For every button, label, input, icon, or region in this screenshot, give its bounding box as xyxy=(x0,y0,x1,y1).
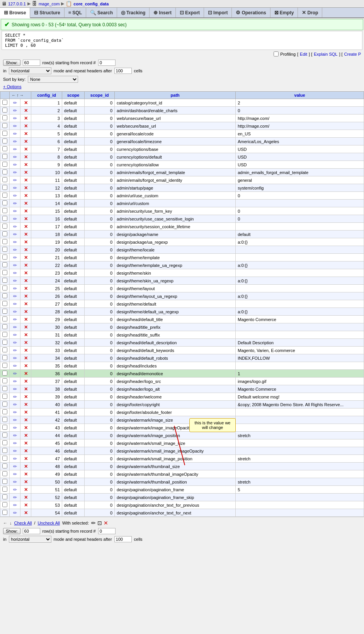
delete-icon[interactable]: ✕ xyxy=(24,301,28,307)
row-checkbox[interactable] xyxy=(2,247,7,252)
bottom-repeat-input[interactable] xyxy=(114,536,132,542)
row-checkbox[interactable] xyxy=(2,494,7,499)
edit-icon[interactable]: ✏ xyxy=(13,417,17,423)
delete-icon[interactable]: ✕ xyxy=(24,317,28,322)
delete-icon[interactable]: ✕ xyxy=(24,410,28,415)
row-checkbox[interactable] xyxy=(2,224,7,229)
row-checkbox[interactable] xyxy=(2,402,7,407)
row-checkbox[interactable] xyxy=(2,146,7,151)
row-checkbox[interactable] xyxy=(2,347,7,352)
edit-icon[interactable]: ✏ xyxy=(13,410,17,415)
edit-icon[interactable]: ✏ xyxy=(13,448,17,454)
edit-icon[interactable]: ✏ xyxy=(13,348,17,353)
row-checkbox[interactable] xyxy=(2,278,7,283)
row-checkbox[interactable] xyxy=(2,479,7,484)
delete-icon[interactable]: ✕ xyxy=(24,247,28,253)
delete-icon[interactable]: ✕ xyxy=(24,386,28,392)
delete-icon[interactable]: ✕ xyxy=(24,208,28,214)
edit-icon[interactable]: ✏ xyxy=(13,278,17,284)
delete-icon[interactable]: ✕ xyxy=(24,170,28,175)
tab-operations[interactable]: ⚙ Operations xyxy=(232,8,270,17)
table-name[interactable]: core_config_data xyxy=(73,2,109,6)
delete-icon[interactable]: ✕ xyxy=(24,510,28,516)
edit-icon[interactable]: ✏ xyxy=(13,355,17,361)
delete-icon[interactable]: ✕ xyxy=(24,487,28,492)
edit-icon[interactable]: ✏ xyxy=(13,224,17,229)
edit-icon[interactable]: ✏ xyxy=(13,495,17,500)
bottom-start-input[interactable] xyxy=(98,528,116,534)
edit-icon[interactable]: ✏ xyxy=(13,208,17,214)
ip-address[interactable]: 127.0.0.1 xyxy=(8,2,26,6)
row-checkbox[interactable] xyxy=(2,138,7,144)
edit-icon[interactable]: ✏ xyxy=(13,178,17,183)
profiling-checkbox[interactable] xyxy=(274,51,279,56)
profiling-explain-link[interactable]: Explain SQL xyxy=(314,52,337,56)
row-checkbox[interactable] xyxy=(2,386,7,391)
delete-icon[interactable]: ✕ xyxy=(24,185,28,191)
delete-icon[interactable]: ✕ xyxy=(24,139,28,144)
edit-icon[interactable]: ✏ xyxy=(13,325,17,330)
delete-icon[interactable]: ✕ xyxy=(24,216,28,222)
edit-selected-icon[interactable]: ✏ xyxy=(91,520,96,526)
export-selected-icon[interactable]: ⊡ xyxy=(97,520,102,526)
tab-drop[interactable]: ✕ Drop xyxy=(298,8,322,17)
delete-icon[interactable]: ✕ xyxy=(24,154,28,160)
edit-icon[interactable]: ✏ xyxy=(13,232,17,237)
edit-icon[interactable]: ✏ xyxy=(13,394,17,400)
edit-icon[interactable]: ✏ xyxy=(13,441,17,446)
bottom-show-input[interactable] xyxy=(23,528,40,534)
edit-icon[interactable]: ✏ xyxy=(13,255,17,260)
edit-icon[interactable]: ✏ xyxy=(13,510,17,516)
row-checkbox[interactable] xyxy=(2,177,7,182)
row-checkbox[interactable] xyxy=(2,448,7,453)
edit-icon[interactable]: ✏ xyxy=(13,139,17,144)
delete-icon[interactable]: ✕ xyxy=(24,108,28,113)
delete-icon[interactable]: ✕ xyxy=(24,363,28,369)
row-checkbox[interactable] xyxy=(2,270,7,275)
tab-browse[interactable]: ⊞ Browse xyxy=(0,8,30,18)
row-checkbox[interactable] xyxy=(2,510,7,515)
edit-icon[interactable]: ✏ xyxy=(13,162,17,167)
edit-icon[interactable]: ✏ xyxy=(13,386,17,392)
delete-icon[interactable]: ✕ xyxy=(24,325,28,330)
tab-insert[interactable]: ⊕ Insert xyxy=(150,8,176,17)
row-checkbox[interactable] xyxy=(2,255,7,260)
col-value[interactable]: value xyxy=(236,92,364,99)
row-checkbox[interactable] xyxy=(2,409,7,414)
edit-icon[interactable]: ✏ xyxy=(13,123,17,129)
edit-icon[interactable]: ✏ xyxy=(13,363,17,369)
delete-icon[interactable]: ✕ xyxy=(24,394,28,400)
db-name[interactable]: mage_com xyxy=(39,2,60,6)
row-checkbox[interactable] xyxy=(2,301,7,306)
edit-icon[interactable]: ✏ xyxy=(13,147,17,152)
nav-bottom-down-icon[interactable]: ↓ xyxy=(10,521,12,525)
edit-icon[interactable]: ✏ xyxy=(13,340,17,345)
delete-icon[interactable]: ✕ xyxy=(24,309,28,314)
show-input[interactable] xyxy=(23,60,40,66)
row-checkbox[interactable] xyxy=(2,200,7,205)
tab-structure[interactable]: ⊟ Structure xyxy=(30,8,64,17)
delete-icon[interactable]: ✕ xyxy=(24,417,28,423)
delete-icon[interactable]: ✕ xyxy=(24,495,28,500)
delete-icon[interactable]: ✕ xyxy=(24,239,28,245)
row-checkbox[interactable] xyxy=(2,502,7,507)
show-button[interactable]: Show: xyxy=(3,60,20,66)
edit-icon[interactable]: ✏ xyxy=(13,116,17,121)
row-checkbox[interactable] xyxy=(2,371,7,376)
delete-icon[interactable]: ✕ xyxy=(24,456,28,461)
row-checkbox[interactable] xyxy=(2,115,7,120)
delete-icon[interactable]: ✕ xyxy=(24,472,28,477)
delete-icon[interactable]: ✕ xyxy=(24,294,28,299)
mode-select[interactable]: horizontal vertical xyxy=(9,67,51,74)
nav-right-icon[interactable]: → xyxy=(20,93,24,97)
delete-icon[interactable]: ✕ xyxy=(24,100,28,106)
delete-icon[interactable]: ✕ xyxy=(24,340,28,345)
row-checkbox[interactable] xyxy=(2,100,7,105)
delete-icon[interactable]: ✕ xyxy=(24,502,28,508)
edit-icon[interactable]: ✏ xyxy=(13,425,17,431)
row-checkbox[interactable] xyxy=(2,123,7,128)
row-checkbox[interactable] xyxy=(2,316,7,321)
start-record-input[interactable] xyxy=(98,60,116,66)
tab-search[interactable]: 🔍 Search xyxy=(86,8,117,17)
col-config-id[interactable]: config_id xyxy=(31,92,62,99)
